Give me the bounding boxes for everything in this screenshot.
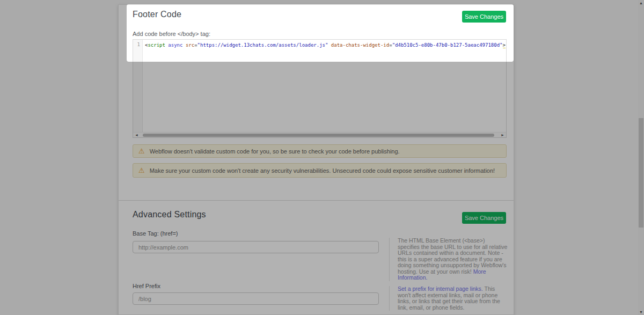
help-link[interactable]: Set a prefix for internal page links. (398, 285, 483, 292)
footer-code-title: Footer Code (133, 10, 181, 19)
warning-icon: ⚠ (138, 148, 145, 155)
advanced-settings-save-button[interactable]: Save Changes (462, 212, 506, 224)
footer-code-description: Add code before </body> tag: (133, 31, 210, 37)
footer-code-editor[interactable]: 1 <script async src="https://widget.13ch… (133, 39, 507, 138)
base-tag-help-text: The HTML Base Element (<base>) specifies… (389, 238, 508, 281)
horizontal-scrollbar-thumb[interactable] (143, 134, 494, 137)
validation-warning-banner: ⚠ Webflow doesn't validate custom code f… (133, 144, 507, 158)
line-number: 1 (133, 40, 142, 47)
warning-icon: ⚠ (138, 167, 145, 174)
base-tag-label: Base Tag: (href=) (133, 230, 178, 237)
href-prefix-help-text: Set a prefix for internal page links. Th… (389, 286, 508, 311)
editor-gutter: 1 (133, 40, 143, 132)
base-tag-input[interactable] (133, 241, 379, 253)
href-prefix-label: Href Prefix (133, 283, 160, 289)
security-warning-banner: ⚠ Make sure your custom code won't creat… (133, 163, 507, 178)
scroll-right-icon[interactable]: ► (501, 133, 504, 137)
advanced-settings-title: Advanced Settings (133, 210, 206, 219)
footer-code-save-button[interactable]: Save Changes (462, 11, 506, 23)
href-prefix-input[interactable] (133, 292, 379, 305)
warning-text: Webflow doesn't validate custom code for… (150, 148, 400, 155)
section-divider (119, 200, 514, 201)
scroll-left-icon[interactable]: ◄ (135, 133, 138, 137)
page-scrollbar-thumb[interactable] (639, 118, 643, 228)
page-scrollbar[interactable]: ▲ ▼ (638, 0, 644, 315)
warning-text: Make sure your custom code won't create … (150, 167, 495, 174)
scroll-down-icon[interactable]: ▼ (638, 310, 644, 314)
scroll-up-icon[interactable]: ▲ (638, 1, 644, 5)
code-line[interactable]: <script async src="https://widget.13chat… (145, 42, 506, 48)
site-settings-card: Footer Code Save Changes Add code before… (118, 4, 514, 315)
editor-horizontal-scrollbar[interactable]: ◄ ► (133, 132, 506, 137)
